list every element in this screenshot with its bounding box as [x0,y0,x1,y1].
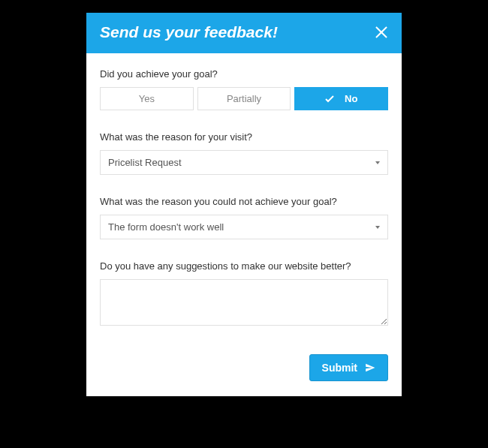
check-icon [325,95,334,103]
submit-label: Submit [322,362,357,374]
modal-footer: Submit [86,354,402,396]
reason-visit-select[interactable]: Pricelist Request [100,150,388,175]
question-achieve-goal: Did you achieve your goal? Yes Partially… [100,68,388,110]
segmented-control: Yes Partially No [100,87,388,110]
send-icon [365,362,375,373]
option-partially[interactable]: Partially [197,87,291,110]
question-reason-visit: What was the reason for your visit? Pric… [100,131,388,175]
reason-failure-select[interactable]: The form doesn't work well [100,215,388,239]
option-no[interactable]: No [294,87,388,110]
question-label: Did you achieve your goal? [100,68,388,80]
question-label: What was the reason for your visit? [100,131,388,143]
question-suggestions: Do you have any suggestions to make our … [100,260,388,329]
modal-body: Did you achieve your goal? Yes Partially… [86,53,402,354]
option-yes[interactable]: Yes [100,87,194,110]
question-label: Do you have any suggestions to make our … [100,260,388,272]
question-label: What was the reason you could not achiev… [100,196,388,207]
select-value: Pricelist Request [108,157,182,168]
modal-title: Send us your feedback! [100,23,278,41]
option-no-label: No [345,93,357,104]
close-icon[interactable] [375,26,388,39]
submit-button[interactable]: Submit [309,354,388,381]
feedback-modal: Send us your feedback! Did you achieve y… [86,13,402,396]
question-reason-failure: What was the reason you could not achiev… [100,196,388,239]
suggestions-textarea[interactable] [100,279,388,326]
chevron-down-icon [375,161,380,164]
modal-header: Send us your feedback! [86,13,402,53]
select-value: The form doesn't work well [108,221,224,233]
chevron-down-icon [375,226,380,229]
